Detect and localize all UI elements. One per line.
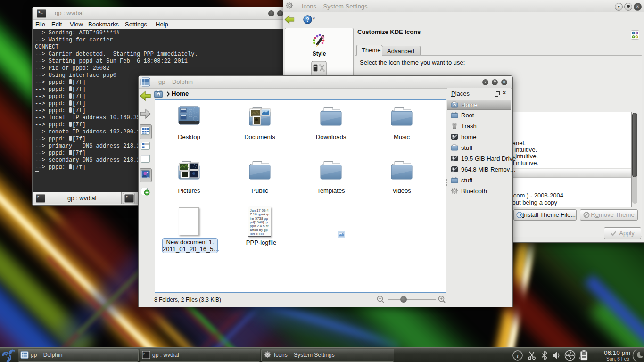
svg-text:i: i [517, 352, 519, 359]
svg-text:>_: >_ [143, 352, 148, 356]
svg-text:?: ? [306, 16, 309, 23]
